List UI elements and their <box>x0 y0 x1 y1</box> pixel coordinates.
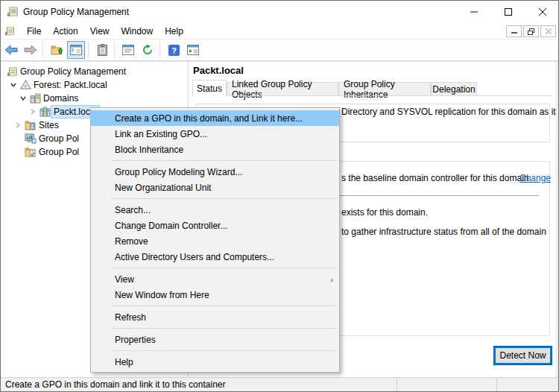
menu-item-search[interactable]: Search... <box>91 202 339 218</box>
status-exists-text: exists for this domain. <box>341 207 428 218</box>
mdi-window-controls <box>506 25 556 37</box>
gpmc-icon <box>7 66 18 78</box>
mdi-close-icon <box>546 28 552 34</box>
tab-delegation[interactable]: Delegation <box>431 82 477 96</box>
menu-item-new-window-from-here[interactable]: New Window from Here <box>91 287 339 303</box>
tree-item-label: Domains <box>41 92 80 104</box>
mdi-close-button[interactable] <box>540 25 556 37</box>
menu-item-active-directory-users-and-computers[interactable]: Active Directory Users and Computers... <box>91 249 339 265</box>
tree-item-label: Forest: Packt.local <box>31 79 110 91</box>
content-pane-title: Packt.local <box>193 65 244 76</box>
show-console-tree-button[interactable] <box>67 41 85 59</box>
tab-label: Status <box>197 83 222 94</box>
menu-item-change-domain-controller[interactable]: Change Domain Controller... <box>91 218 339 233</box>
menu-item-remove[interactable]: Remove <box>91 233 339 249</box>
toolbar-separator <box>88 42 89 57</box>
menu-item-label: Refresh <box>115 312 146 323</box>
baseline-dc-text: s the baseline domain controller for thi… <box>341 173 531 183</box>
tab-linked-group-policy-objects[interactable]: Linked Group Policy Objects <box>227 82 338 96</box>
mdi-minimize-button[interactable] <box>506 25 522 37</box>
menu-action[interactable]: Action <box>47 24 83 39</box>
menu-separator <box>111 198 337 199</box>
tab-status[interactable]: Status <box>192 80 227 96</box>
tab-group-policy-inheritance[interactable]: Group Policy Inheritance <box>338 82 431 96</box>
up-one-level-icon <box>51 45 63 56</box>
menu-item-label: Help <box>115 357 133 367</box>
status-bar-text: Create a GPO in this domain and link it … <box>5 379 225 390</box>
maximize-button[interactable] <box>491 1 525 23</box>
tree-item-label: Sites <box>37 119 61 131</box>
menu-item-group-policy-modeling-wizard[interactable]: Group Policy Modeling Wizard... <box>91 164 339 180</box>
title-bar[interactable]: Group Policy Management <box>1 1 559 23</box>
menu-item-create-gpo-link-here[interactable]: Create a GPO in this domain, and Link it… <box>91 110 339 126</box>
menu-item-new-organizational-unit[interactable]: New Organizational Unit <box>91 180 339 195</box>
submenu-arrow-icon: › <box>330 275 333 284</box>
menu-item-label: Create a GPO in this domain, and Link it… <box>115 113 303 124</box>
menu-item-label: Change Domain Controller... <box>115 221 227 231</box>
minimize-button[interactable] <box>457 1 491 23</box>
refresh-button[interactable] <box>139 41 157 59</box>
menu-separator <box>111 350 337 351</box>
tree-item-domains[interactable]: Domains <box>19 92 80 105</box>
toolbar-separator <box>42 42 43 57</box>
menu-item-label: New Organizational Unit <box>115 183 211 193</box>
menu-item-label: Link an Existing GPO... <box>115 129 207 139</box>
group-policy-modeling-icon <box>25 133 37 144</box>
mdi-restore-button[interactable] <box>523 25 539 37</box>
menu-item-block-inheritance[interactable]: Block Inheritance <box>91 142 339 157</box>
status-bar-divider <box>397 379 397 391</box>
menu-item-help[interactable]: Help <box>91 354 339 370</box>
new-window-button[interactable] <box>184 41 202 59</box>
menu-view[interactable]: View <box>84 24 116 39</box>
menu-window[interactable]: Window <box>116 24 160 39</box>
tree-item-forest[interactable]: Forest: Packt.local <box>10 78 110 92</box>
properties-button[interactable] <box>119 41 137 59</box>
menu-separator <box>111 328 337 329</box>
tree-item-label: Group Pol <box>37 146 81 158</box>
menu-help[interactable]: Help <box>159 24 189 39</box>
replication-status-text: Directory and SYSVOL replication for thi… <box>341 107 556 117</box>
tree-item-group-policy-management[interactable]: Group Policy Management <box>7 65 128 78</box>
window-title: Group Policy Management <box>23 7 129 17</box>
tree-item-sites[interactable]: Sites <box>14 118 61 132</box>
toolbar: ? <box>1 39 559 61</box>
change-link[interactable]: Change <box>519 173 551 183</box>
tree-item-group-policy-results[interactable]: Group Pol <box>25 145 81 159</box>
menu-item-refresh[interactable]: Refresh <box>91 309 339 325</box>
forward-button[interactable] <box>22 41 40 59</box>
help-button[interactable]: ? <box>165 41 183 59</box>
mdi-minimize-icon <box>511 28 517 34</box>
tree-item-label: Group Policy Management <box>18 66 128 78</box>
maximize-icon <box>505 8 512 16</box>
back-button[interactable] <box>2 41 20 59</box>
forest-icon <box>20 80 31 90</box>
close-button[interactable] <box>525 1 559 23</box>
app-icon <box>7 6 19 18</box>
group-policy-management-window: Group Policy Management File Action View… <box>0 0 559 392</box>
menu-item-label: New Window from Here <box>115 290 209 300</box>
tree-item-label: Group Pol <box>37 133 81 145</box>
detect-now-button[interactable]: Detect Now <box>494 347 552 364</box>
tree-item-group-policy-modeling[interactable]: Group Pol <box>25 132 81 145</box>
chevron-collapsed-icon[interactable] <box>29 108 37 116</box>
chevron-collapsed-icon[interactable] <box>14 121 22 129</box>
menu-item-label: Properties <box>115 335 156 345</box>
chevron-expanded-icon[interactable] <box>19 95 27 102</box>
menu-item-label: View <box>115 274 134 285</box>
show-console-tree-icon <box>70 45 82 55</box>
new-window-icon <box>187 45 199 55</box>
menu-item-link-existing-gpo[interactable]: Link an Existing GPO... <box>91 126 339 142</box>
menu-item-view[interactable]: View › <box>91 271 339 287</box>
toolbar-separator <box>160 42 160 57</box>
paste-button[interactable] <box>93 41 111 59</box>
properties-icon <box>122 45 134 55</box>
menu-item-label: Block Inheritance <box>115 145 183 155</box>
detect-now-label: Detect Now <box>499 350 546 361</box>
chevron-expanded-icon[interactable] <box>10 81 17 89</box>
menu-item-properties[interactable]: Properties <box>91 332 339 347</box>
tree-item-packt-local-domain[interactable]: Packt.local <box>29 105 100 118</box>
refresh-icon <box>142 44 154 56</box>
up-one-level-button[interactable] <box>48 41 66 59</box>
menu-file[interactable]: File <box>21 24 47 39</box>
menu-separator <box>111 160 337 161</box>
